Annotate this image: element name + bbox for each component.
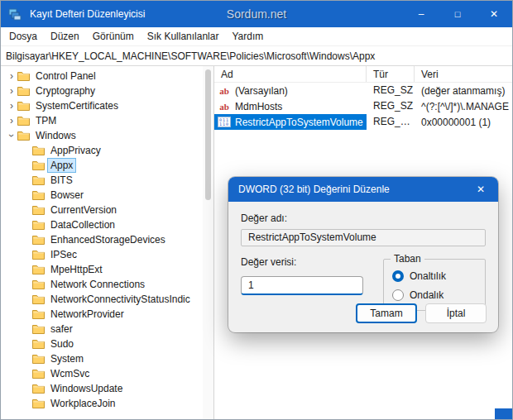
watermark-text: Sordum.net — [227, 7, 286, 21]
titlebar: Kayıt Defteri Düzenleyicisi Sordum.net –… — [1, 1, 512, 27]
value-name: MdmHosts — [235, 101, 282, 112]
tree-item-enhancedstoragedevices[interactable]: EnhancedStorageDevices — [1, 232, 203, 247]
tree-item-ipsec[interactable]: IPSec — [1, 247, 203, 262]
tree-item-label: Appx — [47, 158, 76, 173]
folder-icon — [32, 399, 46, 408]
tree-item-label: WorkplaceJoin — [47, 396, 118, 411]
string-value-icon: ab — [218, 102, 231, 112]
value-name-cell: ab(Varsayılan) — [214, 83, 367, 98]
tree-scrollbar-thumb[interactable] — [205, 69, 211, 200]
folder-icon — [32, 294, 46, 304]
chevron-icon[interactable]: › — [6, 71, 17, 81]
folder-icon — [17, 71, 31, 81]
value-data-input[interactable] — [241, 276, 363, 295]
list-row-restrictapptosystemvolume[interactable]: 011110RestrictAppToSystemVolumeREG_DWORD… — [214, 114, 512, 130]
address-bar — [1, 46, 512, 66]
close-icon: ✕ — [490, 8, 498, 20]
tree-item-windowsupdate[interactable]: WindowsUpdate — [1, 381, 203, 396]
column-header-name[interactable]: Ad — [214, 66, 367, 82]
minimize-button[interactable]: – — [403, 1, 439, 27]
cancel-button[interactable]: İptal — [425, 303, 487, 323]
tree-item-label: WindowsUpdate — [47, 381, 126, 396]
folder-icon — [32, 190, 46, 200]
value-data: (değer atanmamış) — [415, 83, 512, 98]
tree-item-mpehttpext[interactable]: MpeHttpExt — [1, 262, 203, 277]
radio-ondal-k[interactable]: Ondalık — [392, 289, 477, 301]
registry-editor-window: Kayıt Defteri Düzenleyicisi Sordum.net –… — [0, 0, 513, 420]
list-row-varsay-lan[interactable]: ab(Varsayılan)REG_SZ(değer atanmamış) — [214, 83, 512, 98]
tree-item-wcmsvc[interactable]: WcmSvc — [1, 366, 203, 381]
menu-item-dosya[interactable]: Dosya — [2, 31, 44, 42]
tree-item-label: WcmSvc — [47, 366, 93, 381]
tree-item-label: Cryptography — [32, 84, 98, 98]
tree-item-systemcertificates[interactable]: ›SystemCertificates — [1, 98, 203, 113]
column-header-type[interactable]: Tür — [367, 66, 415, 82]
chevron-icon[interactable]: › — [6, 101, 17, 111]
tree-item-cryptography[interactable]: ›Cryptography — [1, 84, 203, 98]
tree-item-appx[interactable]: Appx — [1, 158, 203, 173]
folder-icon — [32, 279, 46, 289]
chevron-icon[interactable]: › — [6, 86, 17, 96]
close-button[interactable]: ✕ — [476, 1, 512, 27]
tree-item-bits[interactable]: BITS — [1, 173, 203, 188]
ok-button[interactable]: Tamam — [356, 303, 417, 323]
minimize-icon: – — [419, 8, 424, 20]
menu-item-sik-kullanilanlar[interactable]: Sık Kullanılanlar — [141, 31, 226, 42]
maximize-icon: □ — [455, 9, 461, 19]
tree-item-safer[interactable]: safer — [1, 322, 203, 336]
folder-icon — [32, 235, 46, 245]
tree-item-bowser[interactable]: Bowser — [1, 188, 203, 203]
column-header-data[interactable]: Veri — [415, 66, 512, 82]
tree-item-control-panel[interactable]: ›Control Panel — [1, 69, 203, 84]
tree-item-networkprovider[interactable]: NetworkProvider — [1, 307, 203, 322]
menu-item-yardim[interactable]: Yardım — [225, 31, 270, 42]
list-row-mdmhosts[interactable]: abMdmHostsREG_SZ^(?:[^\/]*)\.MANAGE — [214, 98, 512, 114]
radio-onalt-l-k[interactable]: Onaltılık — [392, 270, 477, 282]
dialog-body: Değer adı: RestrictAppToSystemVolume Değ… — [228, 202, 498, 332]
radio-ondal-k-icon — [392, 289, 404, 301]
tree-view: ›Control Panel›Cryptography›SystemCertif… — [1, 69, 203, 419]
value-data: ^(?:[^\/]*)\.MANAGE — [415, 98, 512, 114]
tree-item-label: Control Panel — [32, 69, 99, 84]
tree-item-datacollection[interactable]: DataCollection — [1, 217, 203, 232]
folder-icon — [32, 250, 46, 260]
chevron-icon[interactable]: › — [6, 116, 17, 126]
value-type: REG_SZ — [367, 83, 415, 98]
tree-item-network-connections[interactable]: Network Connections — [1, 277, 203, 292]
folder-icon — [32, 205, 46, 215]
base-options: OnaltılıkOndalık — [392, 270, 477, 301]
folder-icon — [17, 116, 31, 126]
menu-item-duzen[interactable]: Düzen — [44, 31, 86, 42]
address-input[interactable] — [1, 46, 512, 65]
tree-item-label: MpeHttpExt — [47, 262, 106, 277]
dialog-close-button[interactable]: ✕ — [463, 177, 498, 202]
tree-item-label: TPM — [32, 113, 60, 128]
list-header: Ad Tür Veri — [214, 66, 512, 83]
tree-item-workplacejoin[interactable]: WorkplaceJoin — [1, 396, 203, 411]
tree-item-label: EnhancedStorageDevices — [47, 232, 169, 247]
tree-item-label: SystemCertificates — [32, 98, 122, 113]
tree-item-currentversion[interactable]: CurrentVersion — [1, 203, 203, 217]
folder-icon — [32, 324, 46, 334]
menu-item-gorunum[interactable]: Görünüm — [86, 31, 141, 42]
folder-icon — [17, 101, 31, 111]
tree-item-networkconnectivitystatusindic[interactable]: NetworkConnectivityStatusIndic — [1, 292, 203, 307]
value-name-cell: abMdmHosts — [214, 98, 367, 114]
folder-icon — [32, 369, 46, 379]
value-data: 0x00000001 (1) — [415, 114, 512, 130]
tree-scrollbar[interactable] — [203, 66, 213, 419]
tree-item-tpm[interactable]: ›TPM — [1, 113, 203, 128]
tree-item-sudo[interactable]: Sudo — [1, 336, 203, 351]
tree-item-label: Network Connections — [47, 277, 148, 292]
maximize-button[interactable]: □ — [439, 1, 476, 27]
value-name: RestrictAppToSystemVolume — [235, 117, 363, 128]
tree-item-windows[interactable]: ›Windows — [1, 128, 203, 143]
tree-item-system[interactable]: System — [1, 351, 203, 366]
tree-item-label: Windows — [32, 128, 79, 143]
chevron-icon[interactable]: › — [7, 130, 17, 141]
caption-buttons: – □ ✕ — [403, 1, 512, 27]
edit-dword-dialog: DWORD (32 bit) Değerini Düzenle ✕ Değer … — [228, 177, 498, 332]
tree-item-appprivacy[interactable]: AppPrivacy — [1, 143, 203, 158]
dialog-close-icon: ✕ — [477, 184, 485, 195]
tree-item-label: BITS — [47, 173, 76, 188]
